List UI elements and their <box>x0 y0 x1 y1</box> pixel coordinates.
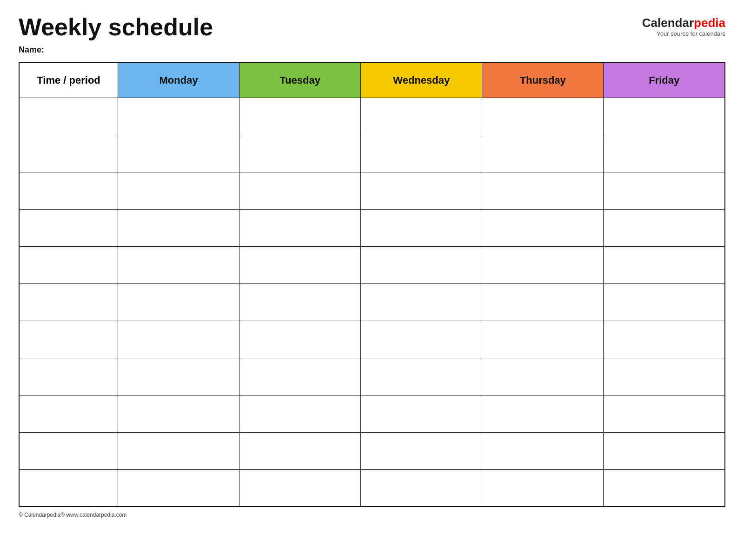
logo-text: Calendarpedia <box>642 16 725 30</box>
table-cell[interactable] <box>604 432 725 469</box>
table-header-row: Time / period Monday Tuesday Wednesday T… <box>19 63 725 98</box>
table-cell[interactable] <box>118 321 239 358</box>
table-cell[interactable] <box>361 358 482 395</box>
footer: © Calendarpedia® www.calendarpedia.com <box>19 512 725 518</box>
logo-calendar-part: Calendar <box>642 16 694 30</box>
name-label: Name: <box>19 45 725 55</box>
table-cell[interactable] <box>604 283 725 321</box>
table-row <box>19 395 725 432</box>
table-cell[interactable] <box>118 172 239 209</box>
table-row <box>19 246 725 283</box>
table-cell[interactable] <box>118 358 239 395</box>
table-cell[interactable] <box>361 135 482 172</box>
table-cell[interactable] <box>239 98 361 135</box>
schedule-table: Time / period Monday Tuesday Wednesday T… <box>19 62 725 507</box>
table-row <box>19 432 725 469</box>
table-cell[interactable] <box>604 172 725 209</box>
table-cell[interactable] <box>604 321 725 358</box>
col-header-friday: Friday <box>604 63 725 98</box>
table-cell[interactable] <box>482 246 604 283</box>
table-cell[interactable] <box>361 321 482 358</box>
table-cell[interactable] <box>482 135 604 172</box>
table-cell[interactable] <box>361 283 482 321</box>
col-header-wednesday: Wednesday <box>361 63 482 98</box>
table-cell[interactable] <box>239 395 361 432</box>
table-cell[interactable] <box>19 432 118 469</box>
table-cell[interactable] <box>19 321 118 358</box>
table-row <box>19 358 725 395</box>
table-cell[interactable] <box>239 135 361 172</box>
col-header-thursday: Thursday <box>482 63 604 98</box>
table-cell[interactable] <box>604 98 725 135</box>
table-cell[interactable] <box>19 172 118 209</box>
table-cell[interactable] <box>239 246 361 283</box>
table-cell[interactable] <box>118 209 239 246</box>
table-row <box>19 283 725 321</box>
table-cell[interactable] <box>19 209 118 246</box>
table-cell[interactable] <box>604 209 725 246</box>
logo-tagline: Your source for calendars <box>642 30 725 37</box>
logo: Calendarpedia Your source for calendars <box>642 16 725 37</box>
table-cell[interactable] <box>239 283 361 321</box>
table-cell[interactable] <box>482 98 604 135</box>
table-cell[interactable] <box>239 432 361 469</box>
logo-pedia-part: pedia <box>694 16 725 30</box>
table-cell[interactable] <box>118 135 239 172</box>
table-row <box>19 321 725 358</box>
table-cell[interactable] <box>239 321 361 358</box>
table-cell[interactable] <box>239 172 361 209</box>
table-body <box>19 98 725 507</box>
table-cell[interactable] <box>239 209 361 246</box>
table-cell[interactable] <box>604 395 725 432</box>
table-cell[interactable] <box>19 358 118 395</box>
table-row <box>19 172 725 209</box>
table-cell[interactable] <box>361 246 482 283</box>
table-cell[interactable] <box>19 395 118 432</box>
table-cell[interactable] <box>118 395 239 432</box>
table-cell[interactable] <box>239 358 361 395</box>
table-row <box>19 135 725 172</box>
table-cell[interactable] <box>361 172 482 209</box>
table-cell[interactable] <box>19 98 118 135</box>
table-row <box>19 209 725 246</box>
table-cell[interactable] <box>19 135 118 172</box>
table-cell[interactable] <box>19 283 118 321</box>
page-header: Weekly schedule Calendarpedia Your sourc… <box>19 14 725 40</box>
table-cell[interactable] <box>604 469 725 507</box>
col-header-tuesday: Tuesday <box>239 63 361 98</box>
table-cell[interactable] <box>604 135 725 172</box>
copyright-text: © Calendarpedia® www.calendarpedia.com <box>19 512 126 518</box>
table-cell[interactable] <box>482 172 604 209</box>
table-cell[interactable] <box>118 98 239 135</box>
table-cell[interactable] <box>361 432 482 469</box>
table-cell[interactable] <box>604 246 725 283</box>
table-cell[interactable] <box>361 98 482 135</box>
table-cell[interactable] <box>482 469 604 507</box>
table-cell[interactable] <box>482 432 604 469</box>
table-cell[interactable] <box>482 283 604 321</box>
table-row <box>19 469 725 507</box>
page-title: Weekly schedule <box>19 14 213 40</box>
table-cell[interactable] <box>118 469 239 507</box>
table-cell[interactable] <box>118 432 239 469</box>
table-cell[interactable] <box>361 469 482 507</box>
table-cell[interactable] <box>604 358 725 395</box>
table-cell[interactable] <box>482 358 604 395</box>
table-cell[interactable] <box>482 209 604 246</box>
table-cell[interactable] <box>19 246 118 283</box>
table-cell[interactable] <box>118 283 239 321</box>
col-header-time: Time / period <box>19 63 118 98</box>
col-header-monday: Monday <box>118 63 239 98</box>
table-cell[interactable] <box>118 246 239 283</box>
table-cell[interactable] <box>482 395 604 432</box>
table-cell[interactable] <box>361 209 482 246</box>
table-cell[interactable] <box>361 395 482 432</box>
table-cell[interactable] <box>482 321 604 358</box>
table-row <box>19 98 725 135</box>
table-cell[interactable] <box>19 469 118 507</box>
table-cell[interactable] <box>239 469 361 507</box>
